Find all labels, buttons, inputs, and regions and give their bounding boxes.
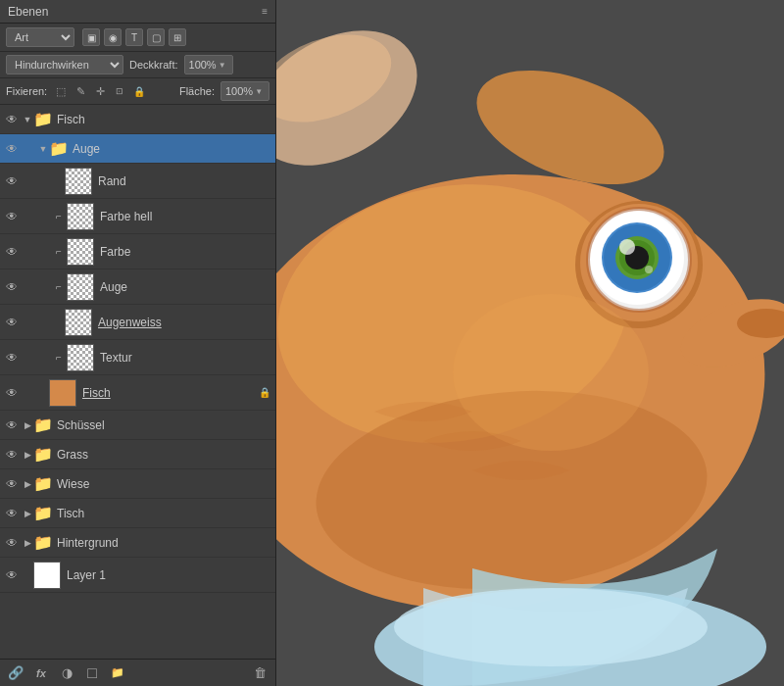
shape-icon[interactable]: ▢ — [147, 28, 165, 46]
fx-icon[interactable]: fx — [31, 663, 51, 683]
lock-paint-icon[interactable]: ✎ — [73, 83, 88, 99]
delete-layer-icon[interactable]: 🗑 — [250, 663, 270, 683]
panel-title: Ebenen — [8, 5, 48, 19]
expand-arrow-icon[interactable]: ▼ — [22, 114, 33, 125]
layer-thumbnail — [65, 168, 92, 195]
eye-visibility-icon[interactable]: 👁 — [4, 476, 20, 492]
svg-point-21 — [645, 266, 653, 273]
layer-item[interactable]: 👁Layer 1 — [0, 558, 275, 593]
thumb-checker-pattern — [66, 310, 91, 335]
type-icon[interactable]: T — [125, 28, 143, 46]
layer-name: Rand — [98, 174, 271, 188]
opacity-label: Deckkraft: — [129, 59, 178, 71]
eye-visibility-icon[interactable]: 👁 — [4, 350, 20, 366]
eye-visibility-icon[interactable]: 👁 — [4, 173, 20, 189]
lock-transparent-icon[interactable]: ⬚ — [53, 83, 69, 99]
opacity-value[interactable]: 100% ▼ — [184, 55, 233, 74]
eye-visibility-icon[interactable]: 👁 — [4, 209, 20, 224]
eye-visibility-icon[interactable]: 👁 — [4, 567, 20, 583]
eye-visibility-icon[interactable]: 👁 — [4, 417, 20, 433]
folder-icon: 📁 — [33, 416, 53, 435]
expand-arrow-icon[interactable]: ▶ — [22, 449, 33, 461]
layer-thumbnail — [67, 238, 94, 266]
lock-row: Fixieren: ⬚ ✎ ✛ ⊡ 🔒 Fläche: 100% ▼ — [0, 78, 275, 105]
clip-mask-icon: ⌐ — [53, 352, 65, 364]
pixel-icon[interactable]: ▣ — [82, 28, 100, 46]
eye-visibility-icon[interactable]: 👁 — [4, 315, 20, 330]
layer-name: Farbe — [100, 245, 271, 259]
new-layer-icon[interactable]: □ — [82, 663, 102, 683]
new-fill-adjustment-icon[interactable]: ◑ — [57, 663, 76, 683]
layer-name: Hintergrund — [57, 536, 271, 550]
expand-arrow-icon[interactable]: ▼ — [37, 143, 49, 155]
layer-name: Textur — [100, 351, 271, 365]
eye-visibility-icon[interactable]: 👁 — [4, 112, 20, 127]
folder-icon: 📁 — [33, 110, 53, 129]
eye-visibility-icon[interactable]: 👁 — [4, 385, 20, 401]
eye-visibility-icon[interactable]: 👁 — [4, 244, 20, 260]
layer-item[interactable]: 👁▶📁Hintergrund — [0, 528, 275, 558]
blend-mode-select[interactable]: Hindurchwirken — [6, 55, 123, 74]
expand-arrow-icon[interactable]: ▶ — [22, 478, 33, 490]
layer-item[interactable]: 👁⌐Farbe — [0, 234, 275, 270]
svg-point-23 — [453, 294, 649, 451]
panel-menu-icon[interactable]: ≡ — [262, 6, 268, 17]
folder-icon: 📁 — [49, 139, 69, 159]
expand-arrow-icon[interactable]: ▶ — [22, 419, 33, 431]
layer-thumbnail — [49, 379, 76, 407]
folder-icon: 📁 — [33, 474, 53, 494]
layer-name: Layer 1 — [67, 568, 271, 582]
expand-arrow-icon[interactable]: ▶ — [22, 537, 33, 549]
thumb-checker-pattern — [68, 274, 93, 300]
layer-thumbnail — [67, 203, 94, 230]
thumb-checker-pattern — [68, 204, 93, 229]
fill-value[interactable]: 100% ▼ — [220, 81, 270, 101]
layer-item[interactable]: 👁▶📁Grass — [0, 440, 275, 469]
eye-visibility-icon[interactable]: 👁 — [4, 279, 20, 295]
lock-label: Fixieren: — [6, 85, 47, 97]
folder-icon: 📁 — [33, 533, 53, 553]
layer-item[interactable]: 👁Augenweiss — [0, 305, 275, 340]
eye-visibility-icon[interactable]: 👁 — [4, 535, 20, 551]
layer-item[interactable]: 👁Fisch🔒 — [0, 375, 275, 411]
layer-item[interactable]: 👁⌐Farbe hell — [0, 199, 275, 234]
blend-row: Hindurchwirken Deckkraft: 100% ▼ — [0, 52, 275, 78]
layer-thumbnail — [67, 344, 94, 371]
eye-visibility-icon[interactable]: 👁 — [4, 141, 20, 157]
lock-icons: ⬚ ✎ ✛ ⊡ 🔒 — [53, 83, 147, 99]
eye-visibility-icon[interactable]: 👁 — [4, 447, 20, 463]
layer-name: Farbe hell — [100, 210, 271, 223]
layer-name: Augenweiss — [98, 316, 271, 329]
layer-thumbnail — [65, 309, 92, 336]
folder-icon: 📁 — [33, 504, 53, 523]
eye-visibility-icon[interactable]: 👁 — [4, 506, 20, 521]
lock-position-icon[interactable]: ✛ — [92, 83, 108, 99]
layer-item[interactable]: 👁⌐Auge — [0, 270, 275, 305]
kind-select[interactable]: Art — [6, 27, 74, 47]
adjustment-icon[interactable]: ◉ — [104, 28, 122, 46]
layer-item[interactable]: 👁⌐Textur — [0, 340, 275, 375]
layer-name: Fisch — [82, 386, 258, 400]
layer-lock-badge: 🔒 — [258, 386, 271, 400]
expand-arrow-icon[interactable]: ▶ — [22, 508, 33, 519]
lock-all-icon[interactable]: 🔒 — [131, 83, 147, 99]
folder-icon: 📁 — [33, 445, 53, 465]
layer-item[interactable]: 👁▶📁Tisch — [0, 499, 275, 528]
lock-artboard-icon[interactable]: ⊡ — [112, 83, 127, 99]
layer-name: Auge — [100, 280, 271, 294]
panel-header: Ebenen ≡ — [0, 0, 275, 24]
layer-item[interactable]: 👁Rand — [0, 164, 275, 199]
layer-item[interactable]: 👁▶📁Wiese — [0, 469, 275, 499]
thumb-checker-pattern — [66, 169, 91, 194]
layer-name: Grass — [57, 448, 271, 462]
layer-item[interactable]: 👁▼📁Auge — [0, 134, 275, 164]
layer-item[interactable]: 👁▶📁Schüssel — [0, 411, 275, 440]
fill-label: Fläche: — [179, 85, 215, 97]
layer-name: Auge — [73, 142, 271, 156]
layer-thumbnail — [33, 562, 61, 589]
link-icon[interactable]: 🔗 — [6, 663, 25, 683]
smart-object-icon[interactable]: ⊞ — [169, 28, 186, 46]
layers-list[interactable]: 👁▼📁Fisch👁▼📁Auge👁Rand👁⌐Farbe hell👁⌐Farbe👁… — [0, 105, 275, 659]
layer-item[interactable]: 👁▼📁Fisch — [0, 105, 275, 134]
new-group-icon[interactable]: 📁 — [108, 663, 127, 683]
